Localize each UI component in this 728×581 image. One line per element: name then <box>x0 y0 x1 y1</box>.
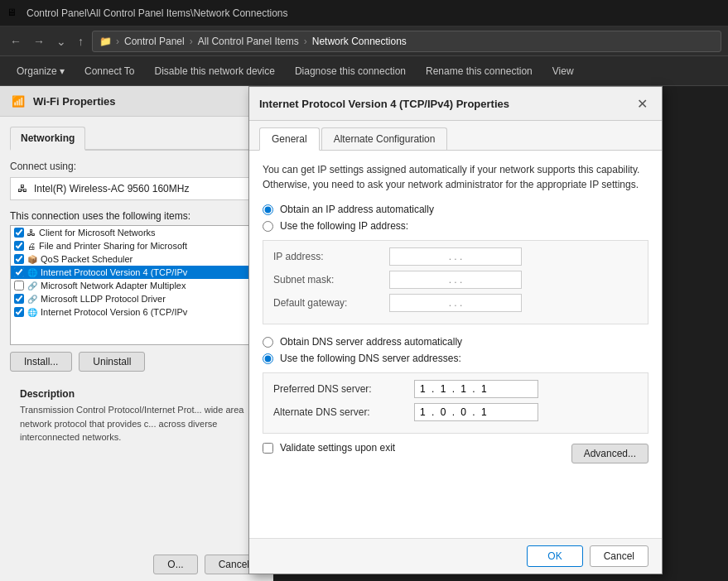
forward-button[interactable]: → <box>30 33 48 50</box>
ip-manual-radio[interactable] <box>263 221 273 232</box>
ip-manual-label: Use the following IP address: <box>280 220 408 232</box>
path-all-items[interactable]: All Control Panel Items <box>198 36 299 47</box>
adapter-icon: 🖧 <box>17 183 27 194</box>
validate-checkbox[interactable] <box>263 443 273 454</box>
items-label: This connection uses the following items… <box>10 210 263 222</box>
item-icon-6: 🌐 <box>27 308 37 317</box>
wifi-props-body: Networking Connect using: 🖧 Intel(R) Wir… <box>0 117 273 461</box>
item-cb-2[interactable] <box>14 254 24 264</box>
dialog-body: You can get IP settings assigned automat… <box>249 151 662 538</box>
item-cb-3[interactable] <box>14 267 24 277</box>
subnet-mask-field[interactable] <box>393 274 518 286</box>
item-label-3: Internet Protocol Version 4 (TCP/IPv <box>41 267 187 277</box>
items-list: 🖧 Client for Microsoft Networks 🖨 File a… <box>10 225 263 345</box>
list-item[interactable]: 🖨 File and Printer Sharing for Microsoft <box>11 239 263 252</box>
gateway-label: Default gateway: <box>273 297 389 309</box>
uninstall-button[interactable]: Uninstall <box>79 352 145 372</box>
connect-to-button[interactable]: Connect To <box>75 56 145 86</box>
alternate-dns-input[interactable] <box>414 403 538 421</box>
dns-auto-row: Obtain DNS server address automatically <box>263 336 648 348</box>
path-control-panel[interactable]: Control Panel <box>124 36 185 47</box>
dropdown-button[interactable]: ⌄ <box>53 33 70 50</box>
wifi-tab-row: Networking <box>10 127 263 151</box>
item-label-5: Microsoft LLDP Protocol Driver <box>41 294 166 304</box>
back-button[interactable]: ← <box>7 33 25 50</box>
dialog-title-bar: Internet Protocol Version 4 (TCP/IPv4) P… <box>249 87 662 121</box>
tab-networking[interactable]: Networking <box>10 127 85 151</box>
item-icon-4: 🔗 <box>27 281 37 290</box>
wifi-ok-button[interactable]: O... <box>153 555 197 574</box>
item-icon-5: 🔗 <box>27 295 37 304</box>
ok-button[interactable]: OK <box>527 545 582 567</box>
dns-manual-radio[interactable] <box>263 353 273 364</box>
wifi-properties-panel: 📶 Wi-Fi Properties Networking Connect us… <box>0 86 273 581</box>
disable-button[interactable]: Disable this network device <box>145 56 285 86</box>
dialog-description: You can get IP settings assigned automat… <box>263 162 648 192</box>
subnet-mask-label: Subnet mask: <box>273 274 389 286</box>
item-cb-6[interactable] <box>14 307 24 317</box>
subnet-mask-input[interactable] <box>389 271 522 289</box>
dns-section: Obtain DNS server address automatically … <box>263 336 648 364</box>
tab-general[interactable]: General <box>259 127 320 151</box>
alternate-dns-label: Alternate DNS server: <box>273 406 414 418</box>
preferred-dns-row: Preferred DNS server: <box>273 380 638 398</box>
list-item[interactable]: 📦 QoS Packet Scheduler <box>11 252 263 266</box>
tab-alternate-config[interactable]: Alternate Configuration <box>321 127 448 150</box>
ip-auto-row: Obtain an IP address automatically <box>263 204 648 215</box>
validate-label: Validate settings upon exit <box>280 442 395 454</box>
folder-icon: 📁 <box>99 36 111 47</box>
window-icon: 🖥 <box>7 7 20 20</box>
preferred-dns-field[interactable] <box>420 383 533 395</box>
ip-address-input[interactable] <box>389 247 522 266</box>
cancel-button[interactable]: Cancel <box>590 545 648 567</box>
validate-row: Validate settings upon exit <box>263 442 395 454</box>
list-item[interactable]: 🖧 Client for Microsoft Networks <box>11 226 263 239</box>
item-icon-0: 🖧 <box>27 228 36 238</box>
item-cb-0[interactable] <box>14 228 24 238</box>
gateway-row: Default gateway: <box>273 294 638 312</box>
item-label-4: Microsoft Network Adapter Multiplex <box>41 281 186 290</box>
list-item[interactable]: 🌐 Internet Protocol Version 6 (TCP/IPv <box>11 305 263 319</box>
dialog-close-button[interactable]: ✕ <box>632 94 652 113</box>
list-item[interactable]: 🔗 Microsoft Network Adapter Multiplex <box>11 279 263 292</box>
item-cb-1[interactable] <box>14 241 24 251</box>
adapter-box: 🖧 Intel(R) Wireless-AC 9560 160MHz <box>10 177 263 200</box>
path-network-connections[interactable]: Network Connections <box>312 36 407 47</box>
view-button[interactable]: View <box>542 56 584 86</box>
toolbar: Organize ▾ Connect To Disable this netwo… <box>0 56 728 86</box>
preferred-dns-label: Preferred DNS server: <box>273 383 414 395</box>
item-label-1: File and Printer Sharing for Microsoft <box>39 241 187 251</box>
ip-address-row: IP address: <box>273 247 638 266</box>
diagnose-button[interactable]: Diagnose this connection <box>285 56 416 86</box>
ip-fields: IP address: Subnet mask: Default gateway… <box>263 240 648 324</box>
item-icon-1: 🖨 <box>27 242 36 251</box>
main-area: 📶 Wi-Fi Properties Networking Connect us… <box>0 86 728 581</box>
item-label-2: QoS Packet Scheduler <box>41 254 133 264</box>
dns-auto-radio[interactable] <box>263 337 273 348</box>
footer-buttons: OK Cancel <box>527 545 648 567</box>
address-bar: ← → ⌄ ↑ 📁 › Control Panel › All Control … <box>0 26 728 56</box>
preferred-dns-input[interactable] <box>414 380 538 398</box>
install-button[interactable]: Install... <box>10 352 72 372</box>
adapter-name: Intel(R) Wireless-AC 9560 160MHz <box>34 183 189 194</box>
item-cb-4[interactable] <box>14 281 24 290</box>
list-item[interactable]: 🌐 Internet Protocol Version 4 (TCP/IPv <box>11 266 263 279</box>
item-cb-5[interactable] <box>14 294 24 304</box>
dns-auto-label: Obtain DNS server address automatically <box>280 336 462 348</box>
dns-manual-label: Use the following DNS server addresses: <box>280 353 461 364</box>
gateway-field[interactable] <box>393 297 518 309</box>
gateway-input[interactable] <box>389 294 522 312</box>
ip-auto-label: Obtain an IP address automatically <box>280 204 434 215</box>
ip-auto-radio[interactable] <box>263 204 273 215</box>
desc-title: Description <box>20 388 253 400</box>
list-item[interactable]: 🔗 Microsoft LLDP Protocol Driver <box>11 292 263 305</box>
advanced-button[interactable]: Advanced... <box>571 444 648 463</box>
dialog-title-text: Internet Protocol Version 4 (TCP/IPv4) P… <box>259 98 509 110</box>
organize-button[interactable]: Organize ▾ <box>7 56 75 86</box>
description-section: Description Transmission Control Protoco… <box>10 382 263 451</box>
alternate-dns-field[interactable] <box>420 406 533 418</box>
ip-address-field[interactable] <box>393 251 518 262</box>
up-button[interactable]: ↑ <box>75 33 87 50</box>
item-icon-3: 🌐 <box>27 268 37 277</box>
rename-button[interactable]: Rename this connection <box>416 56 542 86</box>
